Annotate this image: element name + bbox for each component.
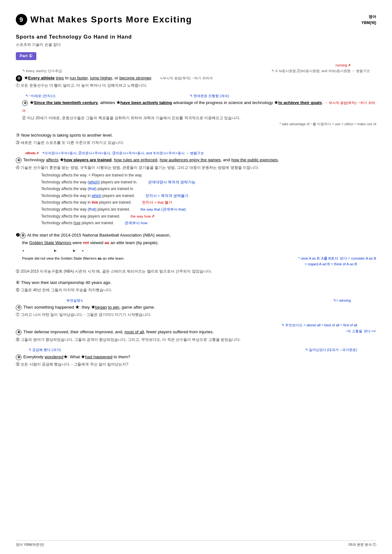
s5-passive-row: People did not view the Golden State War… — [22, 255, 376, 267]
sentence-9-kor: ⑨ 모든 사람이 궁금해 했습니다. - 그들에게 무슨 일이 일어났는지? — [16, 361, 376, 367]
sentence-7-block: ⑦ Then something happened ★: they ★began… — [16, 304, 376, 318]
sentence-7-eng: ⑦ Then something happened ★: they ★began… — [16, 304, 376, 311]
s2-num: ② — [22, 100, 28, 106]
sentence-3-kor: ③ 새로운 기술은 스포츠를 또 다른 수준으로 가져가고 있습니다. — [16, 139, 376, 146]
sentence-5-kor: ⑤ 2014-2015 미국농구협회 (NBA) 시즌의 시작 때, 골든 스테… — [16, 268, 376, 274]
sentence-8-eng: ⑧ Their defense improved, their offense … — [16, 328, 376, 336]
sentence-3-eng: ③ Now technology is taking sports to ano… — [16, 132, 376, 139]
s9-annotations: ↰ 궁금해 했다 (과거) ↰ 일어났었다 (대과거→과거완료) — [16, 347, 376, 353]
s8-annotation: ↰ 무엇보다도 = above all = best of all = firs… — [16, 323, 376, 328]
section-title-korean: 스포츠와 기술이 손을 잡다 — [16, 42, 376, 48]
sentence-6-block: ⑥ They won their last championship 40 ye… — [16, 279, 376, 293]
sentence-9-block: ⑨ Everybody wondered★: What ★had happene… — [16, 353, 376, 368]
sentence-6-eng: ⑥ They won their last championship 40 ye… — [16, 279, 376, 286]
sentence-6-kor: ⑥ 그들은 40년 전에 그들의 마지막 우승을 차지했습니다. — [16, 287, 376, 293]
sentence-8-kor: ⑧ 그들의 방어가 향상되었습니다, 그들의 공격이 향상되었습니다, 그리고,… — [16, 336, 376, 343]
top-right-info: 영어 YBM(박) — [361, 14, 376, 26]
sentence-1-block: ① ★Every athlete tries to run faster, ju… — [16, 74, 376, 89]
sentence-3-block: ③ Now technology is taking sports to ano… — [16, 132, 376, 146]
section-title: Sports and Technology Go Hand in Hand — [16, 33, 376, 41]
section-title-block: Sports and Technology Go Hand in Hand 스포… — [16, 33, 376, 48]
s1-num: ① — [16, 75, 22, 82]
sentence-1-eng: ① ★Every athlete tries to run faster, ju… — [16, 74, 376, 82]
s4-annotations: effects ✗ ↰①의문사+주어+동사, ②의문사+주어+동사, ③의문사+… — [16, 151, 376, 156]
sentence-5-eng: ❷⑤ At the start of the 2014-2015 Nationa… — [16, 231, 376, 255]
part-badge: Part ① — [16, 52, 36, 60]
sentence-4-block: ④ Technology affects ★how players are tr… — [16, 156, 376, 226]
grammar-table: Technology affects the way. + Players ar… — [41, 172, 376, 227]
sentence-2-kor: ② 지난 20세기 이래로, 운동선수들은 그들의 목표들을 성취하기 위하여 … — [16, 115, 376, 127]
sentence-2-block: ② ★Since the late twentieth century, ath… — [16, 99, 376, 127]
annotation-running: running ✗ — [16, 63, 376, 68]
sentence-5-block: ❷⑤ At the start of the 2014-2015 Nationa… — [16, 231, 376, 274]
sentence-4-kor: ④ 기술은 선수들이 훈련을 받는 방법, 규칙들이 시행되는 방법, 관중들이… — [16, 164, 376, 171]
page-header: 9 What Makes Sports More Exciting 영어 YBM… — [16, 13, 376, 27]
s2-annotations: ↰ ~이래로 (전치사) ↰ 현재완료 진행형 (계속) — [16, 93, 376, 99]
sentence-2-eng: ② ★Since the late twentieth century, ath… — [16, 99, 376, 114]
sentence-1-kor: ① 모든 운동선수는 더 빨리 달리고, 더 높이 뛰어나 더 강해지려고 노력… — [16, 82, 376, 89]
s4-num: ④ — [16, 157, 21, 163]
sentence-8-block: ⑧ Their defense improved, their offense … — [16, 328, 376, 343]
chapter-number: 9 — [16, 14, 27, 25]
sentence-7-kor: ⑦ 그러고 나서 어떤 일이 일어났습니다. - 그들은 경기마다 이기기 시작… — [16, 311, 376, 318]
annotation-row1: ↰ every, each는 단수취급 ↰ ① to동사원형,②(to)동사원형… — [16, 68, 376, 74]
sentence-4-eng: ④ Technology affects ★how players are tr… — [16, 156, 376, 164]
main-title: 9 What Makes Sports More Exciting — [16, 13, 192, 27]
title-text: What Makes Sports More Exciting — [30, 13, 192, 27]
s7-annotations: 부연설명↳ ↰= winning — [16, 298, 376, 304]
sentence-9-eng: ⑨ Everybody wondered★: What ★had happene… — [16, 353, 376, 361]
